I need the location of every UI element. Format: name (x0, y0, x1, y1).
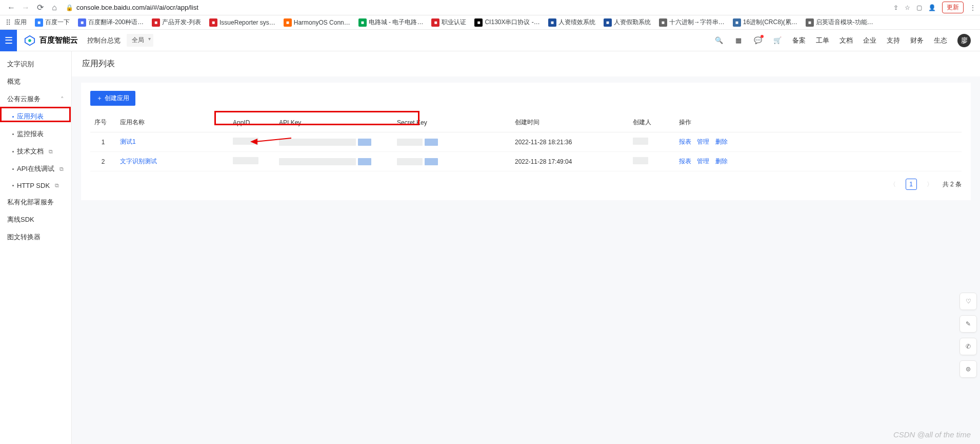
cart-icon[interactable]: 🛒 (773, 36, 782, 45)
bookmarks-bar: ⠿应用■百度一下■百度翻译-200种语…■产品开发-列表■IssueReport… (0, 15, 980, 30)
header-nav-item[interactable]: 生态 (934, 36, 947, 45)
feedback-float-button[interactable]: ✎ (959, 315, 977, 333)
browser-toolbar: ← → ⟳ ⌂ 🔒 console.bce.baidu.com/ai/#/ai/… (0, 0, 980, 15)
sidebar-item-http-sdk[interactable]: HTTP SDK⧉ (0, 178, 71, 194)
action-report[interactable]: 报表 (679, 138, 691, 145)
menu-dots-icon[interactable]: ⋮ (970, 4, 976, 11)
header-nav-item[interactable]: 备案 (792, 36, 806, 45)
message-icon[interactable]: 💬 (753, 36, 763, 45)
cell-appid (229, 152, 275, 171)
bookmark-item[interactable]: ■职业认证 (431, 18, 466, 27)
sidebar-item-monitor[interactable]: 监控报表 (0, 125, 71, 143)
bookmark-item[interactable]: ■百度一下 (35, 18, 70, 27)
bookmark-item[interactable]: ■人资绩效系统 (548, 18, 595, 27)
sidebar-item-docs[interactable]: 技术文档⧉ (0, 143, 71, 160)
header-nav-item[interactable]: 企业 (863, 36, 876, 45)
panel-icon[interactable]: ▢ (916, 4, 922, 11)
cell-appid (229, 132, 275, 152)
forward-button[interactable]: → (19, 2, 32, 14)
col-seq: 序号 (90, 113, 116, 132)
bookmark-item[interactable]: ■十六进制→字符串… (659, 18, 725, 27)
col-ops: 操作 (675, 113, 962, 132)
apps-grid-icon[interactable]: ▦ (734, 36, 743, 45)
sidebar-item-label: 监控报表 (17, 129, 44, 139)
plus-icon: ＋ (96, 94, 103, 103)
sidebar-overview[interactable]: 概览 (0, 73, 71, 90)
back-button[interactable]: ← (5, 2, 17, 14)
cell-created: 2022-11-28 18:21:36 (511, 132, 629, 152)
bookmark-item[interactable]: ■HarmonyOS Conn… (284, 18, 350, 27)
bookmark-item[interactable]: ■产品开发-列表 (152, 18, 201, 27)
header-nav-item[interactable]: 文档 (839, 36, 853, 45)
header-nav-item[interactable]: 支持 (887, 36, 900, 45)
cell-name: 测试1 (116, 132, 229, 152)
bookmark-item[interactable]: ■人资假勤系统 (604, 18, 651, 27)
sidebar-item-api-debug[interactable]: API在线调试⧉ (0, 160, 71, 178)
table-row: 1 测试1 2022-11-28 18:21:36 报表 管理 删除 (90, 132, 962, 152)
user-avatar[interactable]: 廖 (957, 34, 971, 47)
main-content: 应用列表 ＋创建应用 序号 应用名称 AppID API Key Secret … (72, 51, 980, 444)
sidebar-converter[interactable]: 图文转换器 (0, 228, 71, 246)
cell-seq: 1 (90, 132, 116, 152)
bookmark-item[interactable]: ■电路城 - 电子电路… (358, 18, 424, 27)
update-button[interactable]: 更新 (942, 2, 964, 13)
bookmark-item[interactable]: ■IssueReporter sys… (209, 18, 275, 27)
cell-secret (393, 132, 511, 152)
app-name-link[interactable]: 文字识别测试 (120, 158, 157, 165)
sidebar: 文字识别 概览 公有云服务 ˄ 应用列表 监控报表 技术文档⧉ API在线调试⧉… (0, 51, 72, 444)
header-nav-item[interactable]: 财务 (910, 36, 924, 45)
cell-apikey (275, 152, 393, 171)
cell-apikey (275, 132, 393, 152)
cell-creator (629, 152, 675, 171)
profile-icon[interactable]: 👤 (928, 4, 936, 11)
sidebar-item-label: 应用列表 (17, 112, 44, 121)
console-header: ☰ 百度智能云 控制台总览 全局 🔍 ▦ 💬 🛒 备案工单文档企业支持财务生态 … (0, 30, 980, 51)
sidebar-private-deploy[interactable]: 私有化部署服务 (0, 194, 71, 211)
svg-point-1 (28, 39, 31, 42)
brand-text: 百度智能云 (39, 35, 78, 45)
pager-current[interactable]: 1 (906, 179, 917, 190)
pager-prev[interactable]: 〈 (887, 179, 898, 190)
app-list-panel: ＋创建应用 序号 应用名称 AppID API Key Secret Key 创… (81, 83, 971, 200)
search-icon[interactable]: 🔍 (714, 36, 724, 45)
logo-icon (24, 35, 35, 46)
action-manage[interactable]: 管理 (697, 138, 709, 145)
sidebar-item-app-list[interactable]: 应用列表 (0, 108, 71, 125)
bookmark-item[interactable]: ■16进制(CRC8)(累… (733, 18, 797, 27)
sidebar-item-label: HTTP SDK (17, 182, 50, 189)
support-phone-button[interactable]: ✆ (959, 338, 977, 355)
col-created: 创建时间 (511, 113, 629, 132)
sidebar-item-label: API在线调试 (17, 164, 54, 173)
brand-logo[interactable]: 百度智能云 (24, 35, 78, 46)
action-delete[interactable]: 删除 (715, 158, 728, 165)
console-scope-label[interactable]: 控制台总览 (87, 36, 121, 45)
header-nav-item[interactable]: 工单 (816, 36, 829, 45)
reload-button[interactable]: ⟳ (34, 2, 46, 14)
share-icon[interactable]: ⇪ (893, 4, 898, 11)
pager-next[interactable]: 〉 (924, 179, 935, 190)
app-name-link[interactable]: 测试1 (120, 138, 136, 145)
create-app-button[interactable]: ＋创建应用 (90, 91, 135, 106)
watermark-text: CSDN @all of the time (893, 430, 971, 439)
help-float-button[interactable]: ⊜ (959, 360, 977, 378)
col-name: 应用名称 (116, 113, 229, 132)
bookmark-star-icon[interactable]: ☆ (905, 4, 910, 11)
create-app-label: 创建应用 (105, 94, 129, 103)
hamburger-menu[interactable]: ☰ (0, 30, 17, 51)
sidebar-offline-sdk[interactable]: 离线SDK (0, 211, 71, 228)
action-delete[interactable]: 删除 (715, 138, 728, 145)
action-report[interactable]: 报表 (679, 158, 691, 165)
bookmark-item[interactable]: ■百度翻译-200种语… (78, 18, 144, 27)
chevron-up-icon: ˄ (61, 95, 64, 103)
bookmark-item[interactable]: ■CI130X串口协议 -… (474, 18, 539, 27)
favorite-float-button[interactable]: ♡ (959, 293, 977, 310)
sidebar-cloud-group[interactable]: 公有云服务 ˄ (0, 90, 71, 108)
home-button[interactable]: ⌂ (48, 2, 61, 14)
scope-selector[interactable]: 全局 (127, 34, 153, 47)
action-manage[interactable]: 管理 (697, 158, 709, 165)
bookmark-apps[interactable]: ⠿应用 (4, 18, 27, 27)
bookmark-item[interactable]: ■启英语音模块-功能… (806, 18, 873, 27)
cell-actions: 报表 管理 删除 (675, 152, 962, 171)
col-secret: Secret Key (393, 113, 511, 132)
address-bar[interactable]: 🔒 console.bce.baidu.com/ai/#/ai/ocr/app/… (66, 4, 889, 11)
